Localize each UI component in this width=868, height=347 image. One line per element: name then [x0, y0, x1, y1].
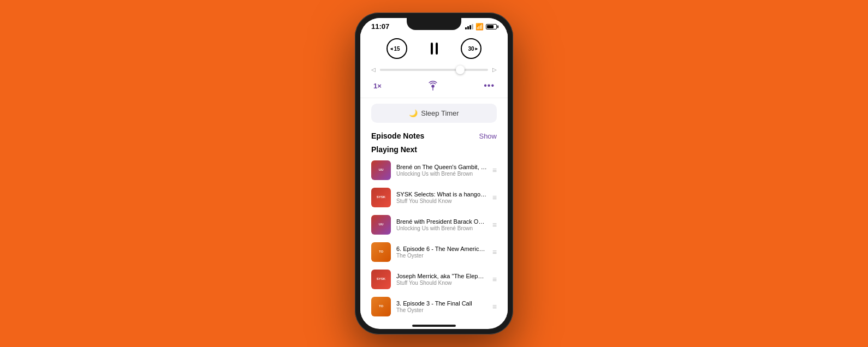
skip-forward-button[interactable]: 30 ► — [461, 38, 481, 59]
volume-high-icon: ▷ — [492, 67, 497, 73]
list-item[interactable]: UU Brené with President Barack Obama... … — [360, 211, 508, 238]
notch — [407, 18, 461, 30]
sleep-timer-label: Sleep Timer — [421, 109, 459, 117]
skip-back-arrow: ◄ — [389, 46, 394, 51]
phone-screen: 11:07 📶 ◄ 15 — [360, 18, 508, 329]
episode-info: 6. Episode 6 - The New Americans The Oys… — [396, 246, 487, 259]
art-inner: TO — [371, 242, 391, 262]
episode-show: Stuff You Should Know — [396, 280, 487, 286]
episode-list: UU Brené on The Queen's Gambit, Revi... … — [360, 157, 508, 321]
status-icons: 📶 — [465, 23, 497, 31]
episode-info: Brené on The Queen's Gambit, Revi... Unl… — [396, 164, 487, 177]
art-inner: SYSK — [371, 188, 391, 207]
drag-handle-icon[interactable]: ≡ — [492, 166, 497, 175]
list-item[interactable]: UU Brené on The Queen's Gambit, Revi... … — [360, 157, 508, 184]
bottom-controls: 1× ••• — [371, 78, 497, 93]
list-item[interactable]: TO 1. Episode 1 - The Sorting The Oyster… — [360, 320, 508, 321]
episode-info: SYSK Selects: What is a hangover, r... S… — [396, 191, 487, 204]
pause-button[interactable] — [424, 38, 444, 59]
episode-title: Brené on The Queen's Gambit, Revi... — [396, 164, 487, 170]
episode-info: 3. Episode 3 - The Final Call The Oyster — [396, 300, 487, 313]
episode-title: 3. Episode 3 - The Final Call — [396, 300, 487, 307]
signal-bars-icon — [465, 24, 473, 29]
episode-title: 6. Episode 6 - The New Americans — [396, 246, 487, 252]
svg-point-0 — [431, 85, 435, 88]
status-time: 11:07 — [371, 22, 389, 31]
episode-art: SYSK — [371, 188, 391, 207]
episode-show: The Oyster — [396, 307, 487, 313]
playing-next-header: Playing Next — [360, 142, 508, 157]
skip-forward-label: 30 — [468, 46, 474, 52]
episode-show: Unlocking Us with Brené Brown — [396, 225, 487, 231]
playing-next-title: Playing Next — [371, 145, 417, 154]
drag-handle-icon[interactable]: ≡ — [492, 220, 497, 229]
main-controls: ◄ 15 30 ► — [371, 38, 497, 59]
episode-show: Stuff You Should Know — [396, 198, 487, 204]
art-inner: UU — [371, 160, 391, 180]
art-inner: UU — [371, 215, 391, 235]
episode-art: TO — [371, 297, 391, 316]
list-item[interactable]: TO 6. Episode 6 - The New Americans The … — [360, 238, 508, 266]
volume-fill — [380, 69, 461, 71]
episode-title: Brené with President Barack Obama... — [396, 218, 487, 225]
episode-title: SYSK Selects: What is a hangover, r... — [396, 191, 487, 198]
battery-icon — [486, 24, 497, 29]
playback-controls: ◄ 15 30 ► ◁ — [360, 33, 508, 98]
volume-row: ◁ ▷ — [371, 67, 497, 73]
volume-thumb[interactable] — [456, 65, 465, 74]
skip-forward-arrow: ► — [474, 46, 479, 51]
skip-back-button[interactable]: ◄ 15 — [387, 38, 407, 59]
drag-handle-icon[interactable]: ≡ — [492, 193, 497, 202]
drag-handle-icon[interactable]: ≡ — [492, 248, 497, 256]
episode-show: The Oyster — [396, 253, 487, 259]
episode-notes-header: Episode Notes Show — [360, 128, 508, 142]
list-item[interactable]: SYSK Joseph Merrick, aka "The Elephant..… — [360, 266, 508, 293]
drag-handle-icon[interactable]: ≡ — [492, 275, 497, 284]
episode-notes-title: Episode Notes — [371, 131, 424, 140]
wifi-icon: 📶 — [475, 23, 484, 31]
skip-back-label: 15 — [394, 46, 400, 52]
volume-low-icon: ◁ — [371, 67, 376, 73]
sleep-timer-button[interactable]: 🌙 Sleep Timer — [371, 104, 497, 123]
episode-art: UU — [371, 215, 391, 235]
pause-bar-right — [436, 43, 438, 55]
art-inner: SYSK — [371, 270, 391, 289]
speed-button[interactable]: 1× — [373, 82, 382, 90]
episode-notes-show-link[interactable]: Show — [479, 132, 497, 140]
pause-bar-left — [431, 43, 433, 55]
volume-slider[interactable] — [380, 69, 488, 71]
battery-fill — [487, 25, 494, 28]
list-item[interactable]: TO 3. Episode 3 - The Final Call The Oys… — [360, 293, 508, 320]
episode-show: Unlocking Us with Brené Brown — [396, 171, 487, 177]
content-area: ◄ 15 30 ► ◁ — [360, 33, 508, 321]
moon-icon: 🌙 — [409, 109, 418, 117]
episode-art: SYSK — [371, 270, 391, 289]
list-item[interactable]: SYSK SYSK Selects: What is a hangover, r… — [360, 184, 508, 211]
home-bar — [412, 325, 456, 327]
episode-info: Brené with President Barack Obama... Unl… — [396, 218, 487, 231]
episode-info: Joseph Merrick, aka "The Elephant... Stu… — [396, 273, 487, 286]
phone-shell: 11:07 📶 ◄ 15 — [355, 13, 513, 334]
drag-handle-icon[interactable]: ≡ — [492, 302, 497, 311]
podcast-icon[interactable] — [425, 78, 441, 93]
episode-art: TO — [371, 242, 391, 262]
art-inner: TO — [371, 297, 391, 316]
episode-art: UU — [371, 160, 391, 180]
sleep-timer-row: 🌙 Sleep Timer — [360, 98, 508, 128]
more-options-button[interactable]: ••• — [484, 81, 495, 91]
episode-title: Joseph Merrick, aka "The Elephant... — [396, 273, 487, 279]
